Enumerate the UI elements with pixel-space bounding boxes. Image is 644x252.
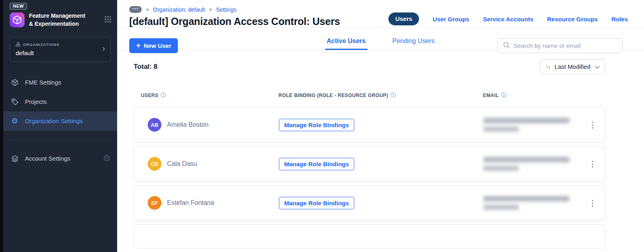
search-icon xyxy=(503,41,510,50)
fme-settings-icon xyxy=(10,78,19,87)
sidebar-divider xyxy=(10,140,111,140)
sidebar-item-account-settings[interactable]: Account Settings ⓘ xyxy=(3,149,117,168)
projects-icon xyxy=(10,98,19,106)
users-table-section: Total: 8 ↑↓ Last Modified USERS ⓘ ROLE B… xyxy=(117,50,644,252)
window-edge xyxy=(0,0,3,252)
redacted-email xyxy=(483,157,580,171)
tab-active-users[interactable]: Active Users xyxy=(325,33,367,50)
manage-role-bindings-button[interactable]: Manage Role Bindings xyxy=(279,158,354,170)
row-menu-kebab-icon[interactable]: ⋮ xyxy=(588,199,597,207)
sidebar-item-projects[interactable]: Projects xyxy=(3,92,117,112)
sidebar: NEW Feature Management & Experimentation xyxy=(3,0,117,252)
sidebar-item-label: Organization Settings xyxy=(25,118,83,124)
row-menu-kebab-icon[interactable]: ⋮ xyxy=(588,160,597,168)
page-title: [default] Organization Access Control: U… xyxy=(129,16,340,27)
manage-role-bindings-button[interactable]: Manage Role Bindings xyxy=(279,197,354,209)
breadcrumb: ••• > Organization: default > Settings xyxy=(129,6,340,13)
column-header-role-binding: ROLE BINDING (ROLE - RESOURCE GROUP) xyxy=(279,93,388,98)
table-header-row: USERS ⓘ ROLE BINDING (ROLE - RESOURCE GR… xyxy=(134,92,605,99)
tab-users[interactable]: Users xyxy=(388,12,419,25)
search-box xyxy=(497,38,623,53)
sidebar-item-label: FME Settings xyxy=(25,79,61,86)
sidebar-item-fme-settings[interactable]: FME Settings xyxy=(3,73,117,92)
sidebar-item-label: Account Settings xyxy=(25,155,70,162)
info-icon[interactable]: ⓘ xyxy=(161,92,166,99)
manage-role-bindings-button[interactable]: Manage Role Bindings xyxy=(279,119,354,131)
redacted-email xyxy=(483,118,580,132)
total-count: Total: 8 xyxy=(134,63,157,71)
sidebar-menu: FME Settings Projects ⚙ Organization Set… xyxy=(3,73,117,131)
main-content: ••• > Organization: default > Settings [… xyxy=(117,0,644,252)
table-row: EF Estefan Fontana Manage Role Bindings … xyxy=(134,185,605,221)
layers-icon xyxy=(10,155,19,163)
tab-roles[interactable]: Roles xyxy=(611,16,628,23)
column-header-email: EMAIL xyxy=(483,93,499,98)
avatar: EF xyxy=(148,196,161,210)
org-selector-label: ORGANIZATIONS xyxy=(23,42,60,47)
sort-dropdown-value: Last Modified xyxy=(555,63,590,70)
table-row xyxy=(134,224,605,248)
search-input[interactable] xyxy=(514,42,617,49)
org-icon xyxy=(16,42,21,48)
info-icon[interactable]: ⓘ xyxy=(390,92,396,99)
breadcrumb-ellipsis[interactable]: ••• xyxy=(129,6,142,13)
table-row: CD Cala Dasu Manage Role Bindings ⋮ xyxy=(134,146,605,182)
info-icon[interactable]: ⓘ xyxy=(501,92,506,99)
tab-resource-groups[interactable]: Resource Groups xyxy=(547,16,598,23)
tab-service-accounts[interactable]: Service Accounts xyxy=(483,16,533,23)
sort-arrows-icon: ↑↓ xyxy=(546,64,550,70)
access-control-nav: Users User Groups Service Accounts Resou… xyxy=(388,12,628,25)
user-name: Amelia Boston xyxy=(167,121,208,128)
brand-area: NEW Feature Management & Experimentation xyxy=(3,0,117,32)
chevron-right-icon: › xyxy=(102,44,105,53)
chevron-down-icon xyxy=(595,63,600,70)
new-badge: NEW xyxy=(10,3,27,10)
breadcrumb-separator-icon: > xyxy=(146,6,149,12)
toolbar: + New User Active Users Pending Users xyxy=(117,28,644,50)
user-name: Cala Dasu xyxy=(167,160,197,167)
redacted-email xyxy=(483,196,580,210)
avatar: CD xyxy=(148,157,161,171)
row-menu-kebab-icon[interactable]: ⋮ xyxy=(588,121,597,129)
user-name: Estefan Fontana xyxy=(167,199,214,207)
avatar: AB xyxy=(148,118,161,132)
sort-dropdown[interactable]: ↑↓ Last Modified xyxy=(540,59,605,74)
org-selector-value: default xyxy=(16,50,105,56)
breadcrumb-link-settings[interactable]: Settings xyxy=(216,6,237,13)
tab-pending-users[interactable]: Pending Users xyxy=(391,33,436,50)
page-header: ••• > Organization: default > Settings [… xyxy=(117,0,644,28)
sidebar-item-label: Projects xyxy=(25,98,47,105)
info-icon[interactable]: ⓘ xyxy=(104,155,110,162)
breadcrumb-link-organization[interactable]: Organization: default xyxy=(153,6,205,13)
sidebar-item-organization-settings[interactable]: ⚙ Organization Settings xyxy=(3,112,117,131)
header-left: ••• > Organization: default > Settings [… xyxy=(129,6,340,27)
table-row: AB Amelia Boston Manage Role Bindings ⋮ xyxy=(134,107,605,143)
column-header-users: USERS xyxy=(141,93,158,98)
gear-icon: ⚙ xyxy=(10,117,19,125)
split-logo-icon xyxy=(10,12,25,27)
breadcrumb-separator-icon: > xyxy=(209,6,212,12)
users-table-body: AB Amelia Boston Manage Role Bindings ⋮ … xyxy=(134,107,605,248)
org-selector[interactable]: ORGANIZATIONS default › xyxy=(10,37,111,62)
tab-user-groups[interactable]: User Groups xyxy=(433,16,469,23)
product-title: Feature Management & Experimentation xyxy=(29,12,89,28)
app-grid-icon[interactable] xyxy=(104,16,111,25)
